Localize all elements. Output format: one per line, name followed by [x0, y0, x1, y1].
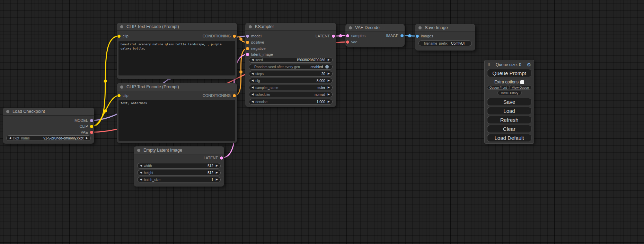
widget-steps[interactable]: ◀ steps 20 ▶: [249, 71, 333, 76]
collapse-dot-icon[interactable]: [120, 85, 123, 89]
collapse-dot-icon[interactable]: [249, 25, 252, 28]
input-slot-vae[interactable]: [346, 40, 349, 44]
widget-ckpt-name[interactable]: ◀ ckpt_name v1-5-pruned-emaonly.ckpt ▶: [6, 135, 91, 141]
input-slot-model[interactable]: [246, 35, 249, 38]
input-slot-label: clip: [123, 93, 129, 98]
clear-button[interactable]: Clear: [487, 125, 531, 133]
node-title-bar[interactable]: Load Checkpoint: [3, 108, 94, 115]
widget-width[interactable]: ◀ width 512 ▶: [137, 163, 221, 169]
widget-label: cfg: [255, 79, 260, 83]
node-ksampler[interactable]: KSampler model positive negative latent_…: [245, 23, 336, 107]
extra-options-checkbox[interactable]: [520, 80, 524, 84]
collapse-dot-icon[interactable]: [349, 26, 352, 29]
decrement-arrow-icon[interactable]: ◀: [252, 93, 254, 96]
input-slot-latent-image[interactable]: [246, 53, 249, 56]
widget-seed[interactable]: ◀ seed 156680208700286 ▶: [249, 57, 333, 63]
input-slot-samples[interactable]: [346, 34, 349, 37]
output-slot-image[interactable]: [400, 34, 404, 37]
widget-value: 20: [321, 72, 325, 76]
node-title-bar[interactable]: CLIP Text Encode (Prompt): [117, 83, 237, 91]
increment-arrow-icon[interactable]: ▶: [328, 58, 330, 61]
settings-gear-icon[interactable]: ⚙: [527, 62, 531, 67]
increment-arrow-icon[interactable]: ▶: [328, 79, 330, 82]
node-title: CLIP Text Encode (Prompt): [126, 84, 179, 89]
increment-arrow-icon[interactable]: ▶: [216, 171, 218, 174]
collapse-dot-icon[interactable]: [120, 25, 123, 28]
output-slot-latent[interactable]: [220, 156, 223, 160]
output-slot-label: VAE: [81, 130, 88, 134]
increment-arrow-icon[interactable]: ▶: [328, 93, 330, 96]
output-slot-vae[interactable]: [90, 131, 93, 134]
node-load-checkpoint[interactable]: Load Checkpoint MODEL CLIP VAE ◀ ckpt_na…: [3, 108, 94, 144]
decrement-arrow-icon[interactable]: ◀: [140, 164, 142, 167]
increment-arrow-icon[interactable]: ▶: [328, 86, 330, 89]
node-title-bar[interactable]: CLIP Text Encode (Prompt): [117, 23, 237, 30]
decrement-arrow-icon[interactable]: ◀: [9, 137, 11, 139]
input-slot-clip[interactable]: [117, 94, 121, 97]
collapse-dot-icon[interactable]: [137, 149, 140, 152]
drag-handle-icon[interactable]: ⠿: [487, 63, 490, 67]
input-slot-label: clip: [123, 34, 129, 38]
widget-batch-size[interactable]: ◀ batch_size 1 ▶: [137, 177, 221, 182]
node-empty-latent-image[interactable]: Empty Latent Image LATENT ◀ width 512 ▶ …: [134, 146, 224, 187]
widget-cfg[interactable]: ◀ cfg 8.000 ▶: [249, 78, 333, 83]
decrement-arrow-icon[interactable]: ◀: [252, 58, 254, 61]
node-vae-decode[interactable]: VAE Decode samples vae IMAGE: [345, 24, 405, 47]
input-slot-positive[interactable]: [246, 41, 249, 44]
collapse-dot-icon[interactable]: [6, 110, 9, 113]
increment-arrow-icon[interactable]: ▶: [216, 164, 218, 167]
prompt-textarea[interactable]: beautiful scenery nature glass bottle la…: [118, 41, 235, 75]
input-slot-negative[interactable]: [246, 47, 249, 50]
view-history-button[interactable]: View History: [497, 91, 522, 95]
increment-arrow-icon[interactable]: ▶: [328, 100, 330, 103]
decrement-arrow-icon[interactable]: ◀: [252, 72, 254, 75]
widget-random-seed-toggle[interactable]: Random seed after every gen enabled: [249, 64, 333, 70]
input-slot-images[interactable]: [416, 35, 419, 38]
view-queue-button[interactable]: View Queue: [509, 85, 531, 90]
node-clip-text-encode-negative[interactable]: CLIP Text Encode (Prompt) clip CONDITION…: [117, 83, 237, 143]
queue-front-button[interactable]: Queue Front: [487, 85, 509, 90]
node-clip-text-encode-positive[interactable]: CLIP Text Encode (Prompt) clip CONDITION…: [117, 23, 237, 79]
widget-height[interactable]: ◀ height 512 ▶: [137, 170, 221, 175]
output-slot-label: IMAGE: [386, 34, 398, 38]
load-button[interactable]: Load: [487, 107, 531, 115]
node-title-bar[interactable]: VAE Decode: [345, 24, 405, 31]
output-row-model: MODEL: [74, 118, 93, 123]
collapse-dot-icon[interactable]: [418, 26, 422, 29]
load-default-button[interactable]: Load Default: [487, 134, 531, 142]
widget-scheduler[interactable]: ◀ scheduler normal ▶: [249, 92, 333, 97]
queue-prompt-button[interactable]: Queue Prompt: [487, 69, 531, 77]
node-title-bar[interactable]: Save Image: [415, 24, 475, 31]
widget-label: seed: [255, 58, 263, 62]
output-slot-latent[interactable]: [332, 35, 335, 38]
save-button[interactable]: Save: [487, 98, 531, 106]
node-title-bar[interactable]: KSampler: [245, 23, 336, 30]
output-slot-clip[interactable]: [90, 125, 93, 128]
increment-arrow-icon[interactable]: ▶: [216, 178, 218, 181]
widget-denoise[interactable]: ◀ denoise 1.000 ▶: [249, 99, 333, 105]
decrement-arrow-icon[interactable]: ◀: [252, 86, 254, 89]
widget-filename-prefix[interactable]: filename_prefix ComfyUI: [418, 40, 472, 46]
output-slot-conditioning[interactable]: [233, 35, 236, 38]
decrement-arrow-icon[interactable]: ◀: [252, 100, 254, 103]
input-row-model: model: [246, 34, 262, 38]
input-slot-clip[interactable]: [117, 35, 121, 38]
output-slot-label: CLIP: [80, 124, 88, 128]
decrement-arrow-icon[interactable]: ◀: [140, 178, 142, 181]
increment-arrow-icon[interactable]: ▶: [328, 72, 330, 75]
widget-value: enabled: [310, 65, 323, 69]
decrement-arrow-icon[interactable]: ◀: [252, 79, 254, 82]
decrement-arrow-icon[interactable]: ◀: [140, 171, 142, 174]
extra-options-label: Extra options: [494, 80, 519, 84]
widget-sampler-name[interactable]: ◀ sampler_name euler ▶: [249, 85, 333, 90]
node-title-bar[interactable]: Empty Latent Image: [134, 146, 224, 154]
output-slot-conditioning[interactable]: [233, 94, 236, 97]
refresh-button[interactable]: Refresh: [487, 116, 531, 124]
increment-arrow-icon[interactable]: ▶: [86, 137, 88, 139]
toggle-dot-icon[interactable]: [325, 65, 329, 69]
node-save-image[interactable]: Save Image images filename_prefix ComfyU…: [415, 24, 475, 51]
output-slot-model[interactable]: [90, 119, 93, 122]
prompt-textarea[interactable]: text, watermark: [118, 100, 235, 141]
input-slot-label: vae: [351, 40, 358, 44]
node-graph-canvas[interactable]: Load Checkpoint MODEL CLIP VAE ◀ ckpt_na…: [0, 0, 644, 244]
